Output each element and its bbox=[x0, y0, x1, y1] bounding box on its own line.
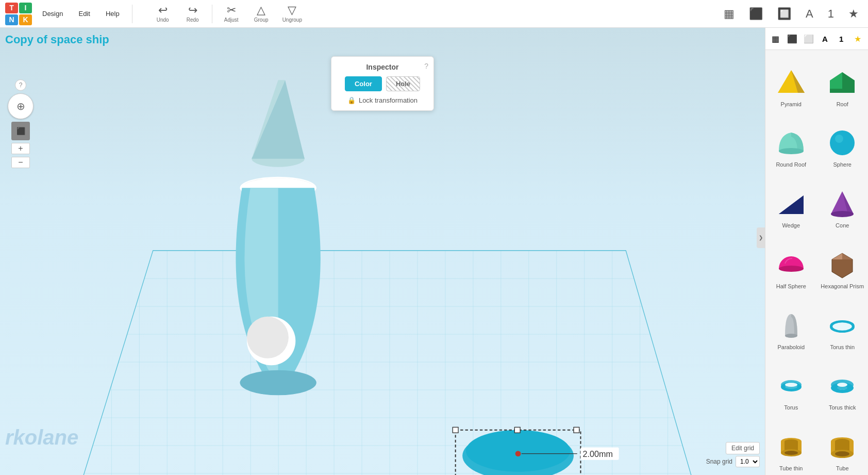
star-icon: ★ bbox=[848, 8, 859, 20]
redo-icon: ↪ bbox=[188, 5, 197, 16]
shape-cone[interactable]: Cone bbox=[817, 171, 869, 232]
ungroup-button[interactable]: ▽ Ungroup bbox=[278, 3, 306, 25]
svg-rect-7 bbox=[574, 427, 579, 433]
torus-thick-label: Torus thick bbox=[829, 404, 856, 411]
shape-top-bar: ▦ ⬛ ⬜ A 1 ★ bbox=[765, 28, 868, 50]
shape-torus-thin[interactable]: Torus thin bbox=[817, 293, 869, 354]
shape-sphere[interactable]: Sphere bbox=[817, 111, 869, 172]
menu-help[interactable]: Help bbox=[101, 7, 125, 20]
shape-torus-thick[interactable]: Torus thick bbox=[817, 354, 869, 415]
lock-transformation[interactable]: 🔒 Lock transformation bbox=[340, 96, 425, 104]
inspector-help[interactable]: ? bbox=[424, 62, 428, 70]
hole-button[interactable]: Hole bbox=[386, 76, 420, 91]
number-icon-btn[interactable]: 1 bbox=[834, 31, 848, 46]
tube-svg bbox=[826, 430, 859, 463]
logo-t: T bbox=[5, 3, 18, 13]
number-1-button[interactable]: 1 bbox=[824, 6, 838, 22]
zoom-in-button[interactable]: + bbox=[11, 143, 30, 154]
shape-tube-thin[interactable]: Tube thin bbox=[765, 414, 817, 475]
cone-svg bbox=[826, 187, 859, 220]
main: Copy of space ship ? ⊕ ⬛ + − Inspector C… bbox=[0, 28, 868, 475]
toolbar-right: ▦ ⬛ 🔲 A 1 ★ bbox=[720, 6, 863, 22]
shape-tube[interactable]: Tube bbox=[817, 414, 869, 475]
group-button[interactable]: △ Group bbox=[248, 3, 274, 25]
tube-thin-label: Tube thin bbox=[779, 465, 803, 471]
svg-marker-28 bbox=[842, 72, 855, 89]
edit-grid-button[interactable]: Edit grid bbox=[726, 442, 760, 454]
number-1-icon: 1 bbox=[828, 8, 834, 20]
svg-point-22 bbox=[247, 317, 295, 365]
svg-marker-34 bbox=[779, 195, 804, 214]
shape-pyramid[interactable]: Pyramid bbox=[765, 50, 817, 111]
zoom-out-button[interactable]: − bbox=[11, 157, 30, 168]
letter-a-button[interactable]: A bbox=[802, 6, 817, 22]
cube-control[interactable]: ⬛ bbox=[11, 122, 30, 140]
group-icon: △ bbox=[257, 5, 265, 16]
pan-icon: ⊕ bbox=[16, 100, 25, 112]
box-view-button[interactable]: 🔲 bbox=[773, 6, 795, 22]
hex-prism-label: Hexagonal Prism bbox=[821, 283, 864, 289]
ungroup-label: Ungroup bbox=[282, 17, 302, 23]
shape-hex-prism[interactable]: Hexagonal Prism bbox=[817, 232, 869, 293]
cube-view-icon: ⬛ bbox=[749, 8, 763, 20]
collapse-panel-button[interactable]: ❯ bbox=[757, 227, 765, 248]
inspector-panel: Inspector Color Hole 🔒 Lock transformati… bbox=[331, 56, 434, 111]
star-icon-btn[interactable]: ★ bbox=[850, 31, 865, 46]
cube-icon-btn[interactable]: ⬛ bbox=[785, 31, 799, 46]
roof-svg bbox=[826, 66, 859, 99]
lock-label: Lock transformation bbox=[359, 96, 418, 104]
shape-half-sphere[interactable]: Half Sphere bbox=[765, 232, 817, 293]
grid-view-icon: ▦ bbox=[724, 8, 735, 20]
hex-prism-svg bbox=[826, 248, 859, 281]
svg-point-12 bbox=[515, 451, 521, 456]
shape-wedge[interactable]: Wedge bbox=[765, 171, 817, 232]
undo-button[interactable]: ↩ Undo bbox=[150, 3, 176, 25]
shape-round-roof[interactable]: Round Roof bbox=[765, 111, 817, 172]
grid-icon-btn[interactable]: ▦ bbox=[769, 31, 783, 46]
inspector-title: Inspector bbox=[340, 63, 425, 71]
pyramid-label: Pyramid bbox=[781, 101, 802, 107]
svg-marker-18 bbox=[252, 80, 285, 158]
color-button[interactable]: Color bbox=[345, 76, 382, 91]
cone-label: Cone bbox=[836, 222, 849, 228]
pyramid-svg bbox=[775, 66, 808, 99]
logo[interactable]: T I N K bbox=[5, 3, 32, 25]
paraboloid-label: Paraboloid bbox=[777, 344, 805, 350]
sphere-label: Sphere bbox=[833, 161, 852, 168]
svg-rect-5 bbox=[456, 430, 581, 475]
torus-thin-svg bbox=[826, 309, 859, 342]
menu-edit[interactable]: Edit bbox=[73, 7, 95, 20]
half-sphere-svg bbox=[775, 248, 808, 281]
text-icon-btn[interactable]: A bbox=[817, 31, 832, 46]
watermark: rkolane bbox=[5, 426, 78, 449]
shape-roof[interactable]: Roof bbox=[817, 50, 869, 111]
svg-point-52 bbox=[785, 383, 797, 387]
adjust-icon: ✂ bbox=[227, 5, 236, 16]
round-roof-label: Round Roof bbox=[776, 161, 806, 168]
menu-design[interactable]: Design bbox=[37, 7, 68, 20]
viewport[interactable]: Copy of space ship ? ⊕ ⬛ + − Inspector C… bbox=[0, 28, 765, 475]
wedge-label: Wedge bbox=[782, 222, 800, 228]
shapes-icon-btn[interactable]: ⬜ bbox=[802, 31, 816, 46]
cube-icon-small: ⬛ bbox=[16, 127, 25, 135]
adjust-button[interactable]: ✂ Adjust bbox=[219, 3, 244, 25]
snap-grid-select[interactable]: 1.0 0.1 0.5 2.0 5.0 bbox=[736, 456, 760, 467]
shape-paraboloid[interactable]: Paraboloid bbox=[765, 293, 817, 354]
svg-marker-1 bbox=[35, 251, 737, 475]
svg-rect-6 bbox=[453, 427, 458, 433]
cube-view-button[interactable]: ⬛ bbox=[745, 6, 767, 22]
svg-point-23 bbox=[247, 317, 289, 358]
help-button[interactable]: ? bbox=[15, 79, 26, 91]
lock-icon: 🔒 bbox=[347, 96, 356, 104]
grid-view-button[interactable]: ▦ bbox=[720, 6, 739, 22]
svg-marker-17 bbox=[252, 80, 305, 158]
undo-icon: ↩ bbox=[158, 5, 168, 16]
pan-control[interactable]: ⊕ bbox=[8, 93, 34, 119]
star-button[interactable]: ★ bbox=[844, 6, 863, 22]
toolbar-group: ↩ Undo ↪ Redo ✂ Adjust △ Group ▽ Ungroup bbox=[150, 3, 306, 25]
svg-point-62 bbox=[784, 451, 798, 455]
shape-torus[interactable]: Torus bbox=[765, 354, 817, 415]
svg-point-38 bbox=[779, 266, 804, 272]
undo-label: Undo bbox=[157, 17, 169, 23]
redo-button[interactable]: ↪ Redo bbox=[180, 3, 206, 25]
